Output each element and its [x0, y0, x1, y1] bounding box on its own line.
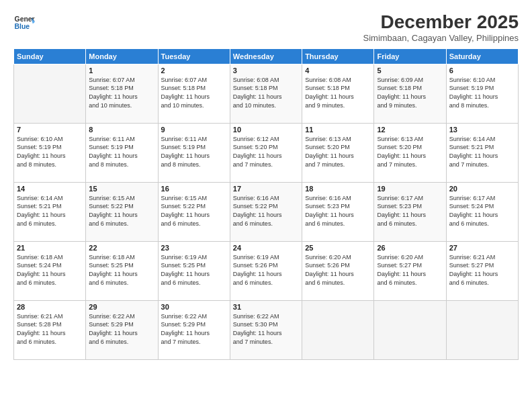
col-friday: Friday — [374, 48, 446, 64]
calendar: Sunday Monday Tuesday Wednesday Thursday… — [13, 48, 519, 360]
title-block: December 2025 Simimbaan, Cagayan Valley,… — [363, 12, 519, 43]
calendar-cell: 1Sunrise: 6:07 AM Sunset: 5:18 PM Daylig… — [86, 64, 158, 123]
day-number: 1 — [89, 66, 154, 75]
calendar-cell — [374, 300, 446, 359]
day-number: 16 — [161, 185, 227, 193]
day-number: 6 — [449, 66, 515, 75]
day-number: 12 — [377, 126, 443, 134]
day-number: 14 — [17, 185, 83, 193]
day-number: 25 — [305, 244, 371, 252]
calendar-cell: 30Sunrise: 6:22 AM Sunset: 5:29 PM Dayli… — [158, 300, 230, 359]
day-info: Sunrise: 6:19 AM Sunset: 5:26 PM Dayligh… — [233, 253, 299, 287]
day-info: Sunrise: 6:07 AM Sunset: 5:18 PM Dayligh… — [89, 76, 154, 109]
col-saturday: Saturday — [446, 48, 518, 64]
calendar-cell: 15Sunrise: 6:15 AM Sunset: 5:22 PM Dayli… — [86, 182, 158, 241]
day-info: Sunrise: 6:14 AM Sunset: 5:21 PM Dayligh… — [17, 194, 83, 228]
day-info: Sunrise: 6:10 AM Sunset: 5:19 PM Dayligh… — [17, 135, 83, 169]
calendar-cell: 29Sunrise: 6:22 AM Sunset: 5:29 PM Dayli… — [86, 300, 158, 359]
day-number: 7 — [17, 126, 83, 134]
day-number: 26 — [377, 244, 443, 252]
day-info: Sunrise: 6:22 AM Sunset: 5:29 PM Dayligh… — [89, 312, 154, 346]
calendar-cell: 18Sunrise: 6:16 AM Sunset: 5:23 PM Dayli… — [302, 182, 374, 241]
day-number: 2 — [161, 66, 227, 75]
calendar-cell: 27Sunrise: 6:21 AM Sunset: 5:27 PM Dayli… — [446, 241, 518, 300]
calendar-cell — [14, 64, 86, 123]
calendar-cell: 11Sunrise: 6:13 AM Sunset: 5:20 PM Dayli… — [302, 123, 374, 182]
calendar-cell: 7Sunrise: 6:10 AM Sunset: 5:19 PM Daylig… — [14, 123, 86, 182]
day-info: Sunrise: 6:17 AM Sunset: 5:23 PM Dayligh… — [377, 194, 443, 228]
day-info: Sunrise: 6:12 AM Sunset: 5:20 PM Dayligh… — [233, 135, 299, 169]
calendar-cell — [446, 300, 518, 359]
calendar-cell: 22Sunrise: 6:18 AM Sunset: 5:25 PM Dayli… — [86, 241, 158, 300]
col-sunday: Sunday — [14, 48, 86, 64]
calendar-week-1: 1Sunrise: 6:07 AM Sunset: 5:18 PM Daylig… — [14, 64, 519, 123]
day-info: Sunrise: 6:16 AM Sunset: 5:22 PM Dayligh… — [233, 194, 299, 228]
logo-icon: General Blue — [13, 12, 35, 34]
calendar-cell: 5Sunrise: 6:09 AM Sunset: 5:18 PM Daylig… — [374, 64, 446, 123]
day-info: Sunrise: 6:08 AM Sunset: 5:18 PM Dayligh… — [233, 76, 299, 109]
day-info: Sunrise: 6:21 AM Sunset: 5:27 PM Dayligh… — [449, 253, 515, 287]
day-number: 15 — [89, 185, 154, 193]
day-number: 31 — [233, 303, 299, 311]
col-tuesday: Tuesday — [158, 48, 230, 64]
calendar-cell — [302, 300, 374, 359]
day-info: Sunrise: 6:14 AM Sunset: 5:21 PM Dayligh… — [449, 135, 515, 169]
calendar-cell: 14Sunrise: 6:14 AM Sunset: 5:21 PM Dayli… — [14, 182, 86, 241]
calendar-week-5: 28Sunrise: 6:21 AM Sunset: 5:28 PM Dayli… — [14, 300, 519, 359]
calendar-cell: 16Sunrise: 6:15 AM Sunset: 5:22 PM Dayli… — [158, 182, 230, 241]
calendar-cell: 21Sunrise: 6:18 AM Sunset: 5:24 PM Dayli… — [14, 241, 86, 300]
calendar-cell: 26Sunrise: 6:20 AM Sunset: 5:27 PM Dayli… — [374, 241, 446, 300]
day-info: Sunrise: 6:19 AM Sunset: 5:25 PM Dayligh… — [161, 253, 227, 287]
day-info: Sunrise: 6:08 AM Sunset: 5:18 PM Dayligh… — [305, 76, 371, 109]
col-thursday: Thursday — [302, 48, 374, 64]
calendar-header: Sunday Monday Tuesday Wednesday Thursday… — [14, 48, 519, 64]
col-wednesday: Wednesday — [230, 48, 302, 64]
calendar-cell: 13Sunrise: 6:14 AM Sunset: 5:21 PM Dayli… — [446, 123, 518, 182]
main-title: December 2025 — [363, 12, 519, 33]
day-number: 11 — [305, 126, 371, 134]
page: General Blue December 2025 Simimbaan, Ca… — [0, 0, 532, 411]
calendar-cell: 20Sunrise: 6:17 AM Sunset: 5:24 PM Dayli… — [446, 182, 518, 241]
day-number: 5 — [377, 66, 443, 75]
day-info: Sunrise: 6:17 AM Sunset: 5:24 PM Dayligh… — [449, 194, 515, 228]
calendar-cell: 31Sunrise: 6:22 AM Sunset: 5:30 PM Dayli… — [230, 300, 302, 359]
day-info: Sunrise: 6:11 AM Sunset: 5:19 PM Dayligh… — [161, 135, 227, 169]
day-info: Sunrise: 6:16 AM Sunset: 5:23 PM Dayligh… — [305, 194, 371, 228]
day-number: 21 — [17, 244, 83, 252]
header-row: Sunday Monday Tuesday Wednesday Thursday… — [14, 48, 519, 64]
day-info: Sunrise: 6:13 AM Sunset: 5:20 PM Dayligh… — [305, 135, 371, 169]
day-number: 28 — [17, 303, 83, 311]
day-info: Sunrise: 6:18 AM Sunset: 5:24 PM Dayligh… — [17, 253, 83, 287]
day-number: 9 — [161, 126, 227, 134]
day-number: 3 — [233, 66, 299, 75]
day-info: Sunrise: 6:20 AM Sunset: 5:27 PM Dayligh… — [377, 253, 443, 287]
day-info: Sunrise: 6:10 AM Sunset: 5:19 PM Dayligh… — [449, 76, 515, 109]
calendar-week-3: 14Sunrise: 6:14 AM Sunset: 5:21 PM Dayli… — [14, 182, 519, 241]
day-number: 23 — [161, 244, 227, 252]
calendar-week-4: 21Sunrise: 6:18 AM Sunset: 5:24 PM Dayli… — [14, 241, 519, 300]
calendar-cell: 3Sunrise: 6:08 AM Sunset: 5:18 PM Daylig… — [230, 64, 302, 123]
col-monday: Monday — [86, 48, 158, 64]
day-number: 17 — [233, 185, 299, 193]
day-number: 29 — [89, 303, 154, 311]
day-info: Sunrise: 6:13 AM Sunset: 5:20 PM Dayligh… — [377, 135, 443, 169]
calendar-body: 1Sunrise: 6:07 AM Sunset: 5:18 PM Daylig… — [14, 64, 519, 359]
day-number: 4 — [305, 66, 371, 75]
calendar-cell: 17Sunrise: 6:16 AM Sunset: 5:22 PM Dayli… — [230, 182, 302, 241]
day-info: Sunrise: 6:22 AM Sunset: 5:30 PM Dayligh… — [233, 312, 299, 346]
day-info: Sunrise: 6:11 AM Sunset: 5:19 PM Dayligh… — [89, 135, 154, 169]
day-number: 8 — [89, 126, 154, 134]
day-number: 13 — [449, 126, 515, 134]
calendar-cell: 4Sunrise: 6:08 AM Sunset: 5:18 PM Daylig… — [302, 64, 374, 123]
day-number: 19 — [377, 185, 443, 193]
day-info: Sunrise: 6:15 AM Sunset: 5:22 PM Dayligh… — [161, 194, 227, 228]
day-number: 24 — [233, 244, 299, 252]
calendar-cell: 10Sunrise: 6:12 AM Sunset: 5:20 PM Dayli… — [230, 123, 302, 182]
header: General Blue December 2025 Simimbaan, Ca… — [13, 12, 519, 43]
day-info: Sunrise: 6:21 AM Sunset: 5:28 PM Dayligh… — [17, 312, 83, 346]
day-info: Sunrise: 6:15 AM Sunset: 5:22 PM Dayligh… — [89, 194, 154, 228]
calendar-cell: 8Sunrise: 6:11 AM Sunset: 5:19 PM Daylig… — [86, 123, 158, 182]
day-info: Sunrise: 6:20 AM Sunset: 5:26 PM Dayligh… — [305, 253, 371, 287]
calendar-cell: 9Sunrise: 6:11 AM Sunset: 5:19 PM Daylig… — [158, 123, 230, 182]
calendar-cell: 19Sunrise: 6:17 AM Sunset: 5:23 PM Dayli… — [374, 182, 446, 241]
